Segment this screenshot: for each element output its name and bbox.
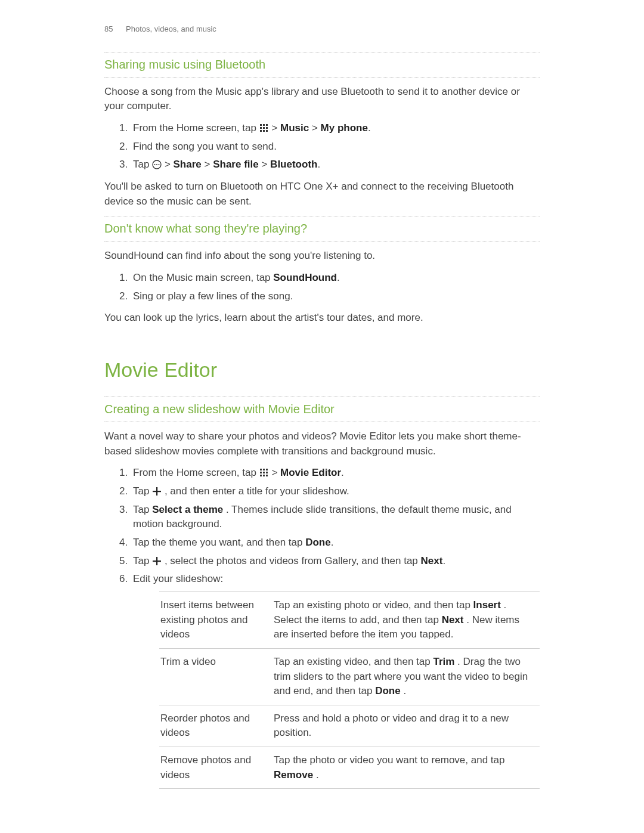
plus-icon <box>152 556 162 566</box>
svg-rect-1 <box>263 124 265 126</box>
plus-icon <box>152 487 162 496</box>
svg-rect-13 <box>260 469 262 470</box>
subheading-sharing-bluetooth: Sharing music using Bluetooth <box>104 56 540 73</box>
text: From the Home screen, tap <box>133 122 259 134</box>
list-item: Tap , and then enter a title for your sl… <box>131 484 540 499</box>
svg-rect-14 <box>263 469 265 470</box>
bold-text: Remove <box>274 769 313 781</box>
svg-point-12 <box>159 164 160 165</box>
text: . <box>341 467 344 478</box>
svg-rect-25 <box>153 561 161 562</box>
text: , select the photos and videos from Gall… <box>165 555 421 566</box>
table-desc: Tap an existing video, and then tap Trim… <box>273 648 540 705</box>
list-item: Tap Select a theme . Themes include slid… <box>131 503 540 532</box>
text: Tap the photo or video you want to remov… <box>274 754 504 766</box>
list-item: From the Home screen, tap > Movie Editor… <box>131 466 540 481</box>
text: . <box>316 769 319 781</box>
bold-text: SoundHound <box>273 272 337 283</box>
text: Tap <box>133 159 152 170</box>
subheading-soundhound: Don't know what song they're playing? <box>104 220 540 237</box>
svg-rect-15 <box>266 469 268 470</box>
text: Edit your slideshow: <box>133 573 223 584</box>
bold-text: Music <box>280 122 309 134</box>
table-label: Trim a video <box>159 648 273 705</box>
text: . <box>442 555 445 566</box>
page-number: 85 <box>104 24 113 35</box>
svg-point-10 <box>154 164 156 165</box>
svg-rect-17 <box>263 472 265 473</box>
list-item: Edit your slideshow: Insert items betwee… <box>131 572 540 789</box>
list-item: On the Music main screen, tap SoundHound… <box>131 271 540 286</box>
text: Tap <box>133 504 152 515</box>
table-row: Reorder photos and videos Press and hold… <box>159 705 540 747</box>
table-desc: Tap the photo or video you want to remov… <box>273 747 540 789</box>
more-circle-icon <box>152 160 162 169</box>
running-title: Photos, videos, and music <box>126 24 216 33</box>
bold-text: Trim <box>433 656 454 667</box>
bold-text: Next <box>421 555 443 566</box>
svg-rect-6 <box>260 130 262 132</box>
text: On the Music main screen, tap <box>133 272 273 283</box>
svg-rect-16 <box>260 472 262 473</box>
text: > <box>165 159 174 170</box>
table-desc: Tap an existing photo or video, and then… <box>273 592 540 648</box>
svg-rect-23 <box>153 491 161 492</box>
running-header: 85 Photos, videos, and music <box>104 24 540 35</box>
bold-text: Share <box>174 159 202 170</box>
text: Tap an existing video, and then tap <box>274 656 433 667</box>
text: . <box>331 537 334 548</box>
table-desc: Press and hold a photo or video and drag… <box>273 705 540 747</box>
text: Tap <box>133 555 152 566</box>
text: Tap an existing photo or video, and then… <box>274 599 473 611</box>
divider <box>104 77 540 78</box>
manual-page: 85 Photos, videos, and music Sharing mus… <box>0 0 644 833</box>
list-item: Tap > Share > Share file > Bluetooth. <box>131 157 540 172</box>
table-label: Insert items between existing photos and… <box>159 592 273 648</box>
text: > <box>205 159 213 170</box>
text: > <box>312 122 321 134</box>
paragraph: You can look up the lyrics, learn about … <box>104 311 540 326</box>
svg-rect-5 <box>266 127 268 129</box>
svg-rect-4 <box>263 127 265 129</box>
text: Press and hold a photo or video and drag… <box>274 713 509 739</box>
svg-rect-0 <box>260 124 262 126</box>
text: . <box>317 159 320 170</box>
list-item: Tap the theme you want, and then tap Don… <box>131 535 540 550</box>
svg-rect-8 <box>266 130 268 132</box>
text: > <box>261 159 270 170</box>
text: Tap the theme you want, and then tap <box>133 537 305 548</box>
table-row: Trim a video Tap an existing video, and … <box>159 648 540 705</box>
bold-text: Next <box>442 614 464 625</box>
divider <box>104 422 540 422</box>
divider <box>104 241 540 241</box>
bold-text: Share file <box>213 159 259 170</box>
list-item: From the Home screen, tap > Music > My p… <box>131 121 540 136</box>
svg-rect-20 <box>263 475 265 476</box>
svg-rect-19 <box>260 475 262 476</box>
divider <box>104 52 540 52</box>
divider <box>104 397 540 397</box>
text: > <box>271 122 280 134</box>
bold-text: Select a theme <box>152 504 223 515</box>
text: From the Home screen, tap <box>133 467 259 478</box>
svg-rect-18 <box>266 472 268 473</box>
text: . <box>337 272 340 283</box>
subheading-creating-slideshow: Creating a new slideshow with Movie Edit… <box>104 401 540 418</box>
edit-slideshow-table: Insert items between existing photos and… <box>159 592 540 789</box>
bold-text: My phone <box>321 122 368 134</box>
paragraph: SoundHound can find info about the song … <box>104 249 540 264</box>
svg-point-11 <box>156 164 157 165</box>
svg-rect-7 <box>263 130 265 132</box>
steps-list: From the Home screen, tap > Movie Editor… <box>104 466 540 789</box>
paragraph: Choose a song from the Music app's libra… <box>104 85 540 114</box>
paragraph: You'll be asked to turn on Bluetooth on … <box>104 179 540 209</box>
text: . <box>368 122 371 134</box>
text: > <box>271 467 280 478</box>
bold-text: Insert <box>473 599 501 611</box>
bold-text: Bluetooth <box>270 159 317 170</box>
text: . <box>403 685 406 696</box>
list-item: Find the song you want to send. <box>131 140 540 154</box>
list-item: Tap , select the photos and videos from … <box>131 554 540 569</box>
text: , and then enter a title for your slides… <box>165 485 349 497</box>
list-item: Sing or play a few lines of the song. <box>131 289 540 304</box>
